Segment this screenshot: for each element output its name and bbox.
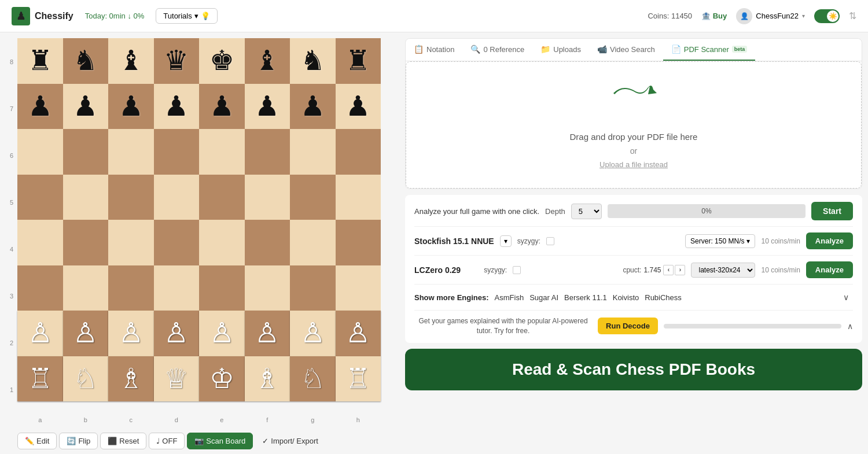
scan-board-button[interactable]: 📷 Scan Board [187,433,253,449]
cell-h3[interactable] [336,265,381,311]
lczero-version-select[interactable]: latest-320x24 [691,263,755,278]
cell-d5[interactable] [154,175,200,220]
engine-asmfish[interactable]: AsmFish [495,293,524,302]
dark-mode-toggle[interactable]: ☀️ [814,9,840,23]
cell-b2[interactable]: ♙ [63,311,109,356]
cell-g5[interactable] [290,175,336,220]
cell-d1[interactable]: ♕ [154,356,200,402]
cell-a6[interactable] [17,129,63,175]
cell-d8[interactable]: ♛ [154,38,200,84]
cta-banner[interactable]: Read & Scan Chess PDF Books [405,349,862,390]
cell-e5[interactable] [199,175,245,220]
cell-a4[interactable] [17,220,63,265]
flip-button[interactable]: 🔄 Flip [59,433,98,449]
cpuct-increase-button[interactable]: › [675,265,685,275]
cell-b8[interactable]: ♞ [63,38,109,84]
arrows-icon[interactable]: ⇅ [849,10,856,21]
cell-e1[interactable]: ♔ [199,356,245,402]
lczero-analyze-button[interactable]: Analyze [806,261,853,278]
cell-b3[interactable] [63,265,109,311]
cell-f5[interactable] [245,175,290,220]
cell-g8[interactable]: ♞ [290,38,336,84]
cell-h2[interactable]: ♙ [336,311,381,356]
upload-link[interactable]: Upload a file instead [599,160,668,169]
cell-f8[interactable]: ♝ [245,38,290,84]
import-export-button[interactable]: ✓ Import/ Export [255,433,325,449]
cell-e2[interactable]: ♙ [199,311,245,356]
cell-d3[interactable] [154,265,200,311]
cell-a5[interactable] [17,175,63,220]
cell-e7[interactable]: ♟ [199,84,245,130]
cpuct-decrease-button[interactable]: ‹ [663,265,674,275]
cell-e4[interactable] [199,220,245,265]
cell-h5[interactable] [336,175,381,220]
cell-a3[interactable] [17,265,63,311]
expand-engines-button[interactable]: ∨ [839,290,853,304]
cell-a2[interactable]: ♙ [17,311,63,356]
cell-f3[interactable] [245,265,290,311]
stockfish-dropdown[interactable]: ▾ [500,235,512,247]
tab-video[interactable]: 📹Video Search [589,39,663,61]
cell-g6[interactable] [290,129,336,175]
tab-uploads[interactable]: 📁Uploads [532,39,589,61]
cell-c8[interactable]: ♝ [108,38,154,84]
cell-c6[interactable] [108,129,154,175]
cell-a8[interactable]: ♜ [17,38,63,84]
cell-d7[interactable]: ♟ [154,84,200,130]
lczero-syzygy-checkbox[interactable] [513,266,521,274]
cell-c7[interactable]: ♟ [108,84,154,130]
cell-h1[interactable]: ♖ [336,356,381,402]
cell-b6[interactable] [63,129,109,175]
cell-b7[interactable]: ♟ [63,84,109,130]
engine-rubichess[interactable]: RubiChess [645,293,682,302]
cell-g7[interactable]: ♟ [290,84,336,130]
cell-e8[interactable]: ♚ [199,38,245,84]
cell-b1[interactable]: ♘ [63,356,109,402]
cell-h4[interactable] [336,220,381,265]
cell-e3[interactable] [199,265,245,311]
cell-a7[interactable]: ♟ [17,84,63,130]
tutorials-button[interactable]: Tutorials ▾ 💡 [156,8,217,24]
buy-button[interactable]: 🏦 Buy [701,12,727,20]
tab-reference[interactable]: 🔍0 Reference [462,39,532,61]
cell-f4[interactable] [245,220,290,265]
cell-f2[interactable]: ♙ [245,311,290,356]
cell-h7[interactable]: ♟ [336,84,381,130]
cell-c2[interactable]: ♙ [108,311,154,356]
cell-g1[interactable]: ♘ [290,356,336,402]
engine-sugar-ai[interactable]: Sugar AI [529,293,558,302]
cell-c3[interactable] [108,265,154,311]
tab-pdf[interactable]: 📄PDF Scannerbeta [663,39,756,61]
cell-c5[interactable] [108,175,154,220]
cell-d4[interactable] [154,220,200,265]
stockfish-analyze-button[interactable]: Analyze [806,232,853,249]
cell-g2[interactable]: ♙ [290,311,336,356]
cell-g3[interactable] [290,265,336,311]
sound-button[interactable]: ♩ OFF [149,433,185,449]
engine-koivisto[interactable]: Koivisto [613,293,639,302]
cell-c1[interactable]: ♗ [108,356,154,402]
cell-e6[interactable] [199,129,245,175]
pdf-drop-zone[interactable]: Drag and drop your PDF file here or Uplo… [406,61,862,189]
decode-expand-icon[interactable]: ∧ [847,322,853,331]
edit-button[interactable]: ✏️ Edit [17,433,57,449]
reset-button[interactable]: ⬛ Reset [100,433,146,449]
engine-berserk[interactable]: Berserk 11.1 [564,293,607,302]
tab-notation[interactable]: 📋Notation [406,39,462,61]
run-decode-button[interactable]: Run Decode [598,318,658,334]
cell-d6[interactable] [154,129,200,175]
cell-f1[interactable]: ♗ [245,356,290,402]
cell-f7[interactable]: ♟ [245,84,290,130]
cell-g4[interactable] [290,220,336,265]
cell-h8[interactable]: ♜ [336,38,381,84]
user-area[interactable]: 👤 ChessFun22 ▾ [736,8,805,24]
stockfish-syzygy-checkbox[interactable] [546,237,554,245]
start-button[interactable]: Start [811,202,853,220]
cell-h6[interactable] [336,129,381,175]
cell-b4[interactable] [63,220,109,265]
cell-a1[interactable]: ♖ [17,356,63,402]
cell-c4[interactable] [108,220,154,265]
cell-f6[interactable] [245,129,290,175]
depth-select[interactable]: 5101520 [571,204,602,219]
stockfish-server-select[interactable]: Server: 150 MN/s ▾ [685,234,755,248]
